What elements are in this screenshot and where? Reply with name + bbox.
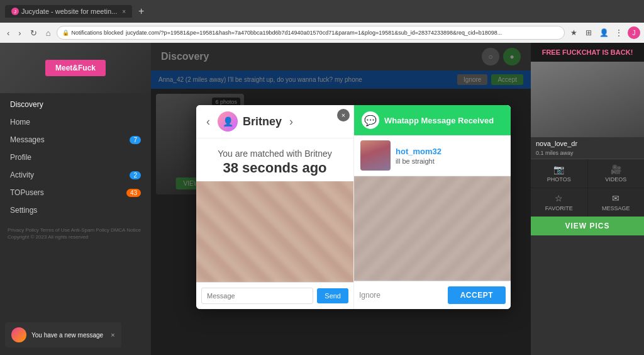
star-icon: ☆ bbox=[555, 193, 563, 203]
whatsapp-icon: 💬 bbox=[362, 111, 379, 129]
toast-message: You have a new message bbox=[31, 332, 103, 339]
messages-badge: 7 bbox=[130, 136, 141, 144]
photos-btn[interactable]: 📷 PHOTOS bbox=[531, 159, 587, 188]
favorite-btn[interactable]: ☆ FAVORITE bbox=[531, 188, 587, 217]
nav-icons: ★ ⊞ 👤 ⋮ J bbox=[567, 26, 640, 39]
right-panel: FREE FUCKCHAT IS BACK! nova_love_dr 0.1 … bbox=[531, 43, 644, 355]
sidebar-item-home[interactable]: Home bbox=[0, 113, 151, 131]
wa-content: hot_mom32 ill be straight Ignore ACCEPT bbox=[354, 135, 511, 309]
forward-btn[interactable]: › bbox=[15, 27, 24, 39]
wa-ignore-btn[interactable]: Ignore bbox=[359, 291, 380, 300]
sidebar-label-home: Home bbox=[10, 118, 30, 127]
wa-sender-message: ill be straight bbox=[396, 157, 441, 164]
main-content: Meet&Fuck Discovery Home Messages 7 Prof… bbox=[0, 43, 644, 355]
match-prev-btn[interactable]: ‹ bbox=[204, 115, 213, 128]
topusers-badge: 43 bbox=[126, 189, 141, 197]
address-bar[interactable]: 🔒 Notifications blocked jucydate.com/?p=… bbox=[57, 26, 565, 40]
meet-fuck-btn[interactable]: Meet&Fuck bbox=[45, 60, 106, 76]
match-input-row: Send bbox=[196, 282, 353, 309]
view-pics-btn[interactable]: VIEW PICS bbox=[531, 217, 644, 235]
page-area: Discovery ○ ● Anna_42 (2 miles away) I'l… bbox=[151, 43, 531, 355]
new-tab-btn[interactable]: + bbox=[138, 6, 144, 17]
match-header: ‹ 👤 Britney › bbox=[196, 105, 353, 138]
menu-btn[interactable]: ⋮ bbox=[613, 26, 625, 39]
tab-close-btn[interactable]: × bbox=[122, 8, 126, 15]
rp-actions: 📷 PHOTOS 🎥 VIDEOS ☆ FAVORITE ✉ MESSAGE bbox=[531, 159, 644, 217]
sidebar-label-discovery: Discovery bbox=[10, 100, 43, 109]
notifications-blocked: Notifications blocked bbox=[72, 30, 124, 36]
wa-sender-row: hot_mom32 ill be straight bbox=[354, 135, 511, 176]
message-input[interactable] bbox=[201, 288, 313, 304]
match-name: Britney bbox=[243, 115, 282, 128]
match-photo-area bbox=[196, 181, 353, 282]
match-info-text: You are matched with Britney bbox=[204, 149, 346, 159]
sidebar-label-activity: Activity bbox=[10, 171, 34, 179]
extensions-btn[interactable]: ⊞ bbox=[582, 26, 595, 39]
camera-icon: 📷 bbox=[553, 164, 564, 174]
bookmark-btn[interactable]: ★ bbox=[567, 26, 580, 39]
message-rp-btn[interactable]: ✉ MESSAGE bbox=[588, 188, 645, 217]
rp-username: nova_love_dr bbox=[531, 137, 644, 150]
sidebar-label-topusers: TOPusers bbox=[10, 188, 44, 197]
sidebar-item-activity[interactable]: Activity 2 bbox=[0, 166, 151, 184]
toast-notification: You have a new message × bbox=[5, 322, 121, 347]
modal-close-btn[interactable]: × bbox=[337, 109, 350, 121]
wa-header: 💬 Whatapp Message Received bbox=[354, 105, 511, 135]
rp-banner: FREE FUCKCHAT IS BACK! bbox=[531, 43, 644, 62]
nav-bar: ‹ › ↻ ⌂ 🔒 Notifications blocked jucydate… bbox=[0, 23, 644, 43]
address-text: jucydate.com/?p=19581&pe=19581&hash=7a47… bbox=[126, 30, 502, 36]
tab-bar: J Jucydate - website for meetin... × + bbox=[0, 0, 644, 23]
rp-profile-image bbox=[531, 62, 644, 137]
toast-avatar bbox=[11, 327, 26, 342]
envelope-icon: ✉ bbox=[612, 193, 619, 203]
lock-icon: 🔒 bbox=[62, 30, 69, 36]
favorite-label: FAVORITE bbox=[545, 205, 573, 211]
match-avatar: 👤 bbox=[218, 111, 238, 132]
wa-actions: Ignore ACCEPT bbox=[354, 281, 511, 309]
toast-close-btn[interactable]: × bbox=[111, 331, 114, 339]
wa-sender-name: hot_mom32 bbox=[396, 146, 441, 155]
modal-container: × ‹ 👤 Britney › You are matched with Bri… bbox=[196, 105, 511, 309]
photos-label: PHOTOS bbox=[547, 176, 571, 183]
tab-title: Jucydate - website for meetin... bbox=[21, 8, 117, 15]
refresh-btn[interactable]: ↻ bbox=[27, 27, 40, 39]
wa-title: Whatapp Message Received bbox=[384, 115, 494, 125]
sidebar-top: Meet&Fuck bbox=[0, 43, 151, 93]
match-info: You are matched with Britney 38 seconds … bbox=[196, 138, 353, 181]
sidebar-label-settings: Settings bbox=[10, 206, 37, 215]
wa-photo-area bbox=[354, 176, 511, 281]
video-icon: 🎥 bbox=[611, 164, 621, 174]
match-time: 38 seconds ago bbox=[204, 160, 346, 176]
match-modal: × ‹ 👤 Britney › You are matched with Bri… bbox=[196, 105, 353, 309]
match-next-btn[interactable]: › bbox=[287, 115, 296, 128]
wa-photo-blur bbox=[354, 176, 511, 281]
tab-favicon: J bbox=[11, 8, 19, 15]
sidebar-label-messages: Messages bbox=[10, 135, 45, 144]
message-rp-label: MESSAGE bbox=[602, 205, 630, 211]
browser-chrome: J Jucydate - website for meetin... × + ‹… bbox=[0, 0, 644, 43]
user-btn[interactable]: 👤 bbox=[597, 26, 610, 39]
send-btn[interactable]: Send bbox=[317, 288, 348, 303]
wa-sender-img bbox=[360, 140, 391, 171]
sidebar-item-discovery[interactable]: Discovery bbox=[0, 96, 151, 113]
sidebar-item-settings[interactable]: Settings bbox=[0, 201, 151, 219]
match-photo-overlay bbox=[196, 181, 353, 282]
back-btn[interactable]: ‹ bbox=[4, 27, 13, 39]
sidebar-label-profile: Profile bbox=[10, 153, 31, 162]
wa-accept-btn[interactable]: ACCEPT bbox=[448, 286, 506, 304]
sidebar-nav: Discovery Home Messages 7 Profile Activi… bbox=[0, 93, 151, 222]
wa-sender-avatar bbox=[360, 140, 391, 171]
sidebar-item-profile[interactable]: Profile bbox=[0, 149, 151, 166]
sidebar: Meet&Fuck Discovery Home Messages 7 Prof… bbox=[0, 43, 151, 355]
wa-modal: 💬 Whatapp Message Received hot_mom32 ill… bbox=[353, 105, 511, 309]
sidebar-footer: Privacy Policy Terms of Use Anti-Spam Po… bbox=[0, 222, 151, 245]
active-tab[interactable]: J Jucydate - website for meetin... × bbox=[5, 5, 132, 18]
sidebar-item-topusers[interactable]: TOPusers 43 bbox=[0, 184, 151, 201]
videos-btn[interactable]: 🎥 VIDEOS bbox=[588, 159, 645, 188]
rp-distance: 0.1 miles away bbox=[531, 150, 644, 159]
videos-label: VIDEOS bbox=[605, 176, 626, 183]
sidebar-item-messages[interactable]: Messages 7 bbox=[0, 131, 151, 149]
wa-sender-info: hot_mom32 ill be straight bbox=[396, 146, 441, 164]
home-btn[interactable]: ⌂ bbox=[43, 27, 54, 39]
activity-badge: 2 bbox=[130, 171, 141, 179]
